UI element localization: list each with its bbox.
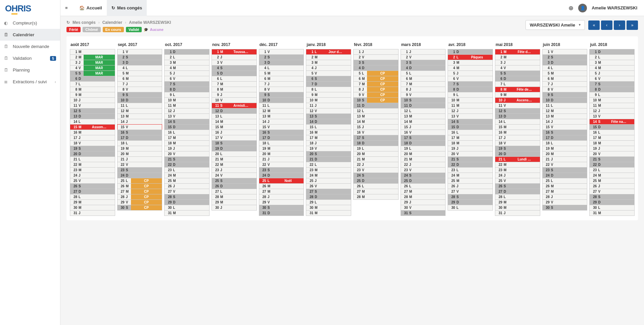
day-cell[interactable]: 23S bbox=[259, 167, 304, 173]
day-cell[interactable]: 20M bbox=[542, 151, 588, 157]
day-cell[interactable]: 29M bbox=[70, 199, 115, 205]
day-cell[interactable]: 11D bbox=[353, 103, 399, 108]
day-cell[interactable]: 5D bbox=[212, 71, 257, 76]
day-cell[interactable]: 12V bbox=[306, 108, 351, 114]
day-cell[interactable]: 16M bbox=[495, 130, 540, 135]
day-cell[interactable]: 19L bbox=[401, 146, 446, 151]
day-cell[interactable]: 5SMAR bbox=[70, 71, 115, 76]
day-cell[interactable]: 9S bbox=[542, 92, 588, 98]
day-cell[interactable]: 26V bbox=[306, 183, 351, 189]
day-cell[interactable]: 13D bbox=[70, 113, 115, 119]
sidebar-item-extractions[interactable]: ≣Extractions / suivi‹ bbox=[0, 76, 60, 88]
day-cell[interactable]: 20D bbox=[495, 151, 540, 157]
day-cell[interactable]: 27S bbox=[306, 189, 351, 194]
day-cell[interactable]: 17S bbox=[401, 135, 446, 141]
day-cell[interactable]: 11L bbox=[259, 103, 304, 108]
sidebar-item-validation[interactable]: 🗓Validation5 bbox=[0, 52, 60, 64]
day-cell[interactable]: 8D bbox=[589, 87, 635, 92]
day-cell[interactable]: 2S bbox=[259, 54, 304, 60]
day-cell[interactable]: 14M bbox=[212, 119, 257, 125]
day-cell[interactable]: 4S bbox=[212, 65, 257, 71]
day-cell[interactable]: 21LLundi … bbox=[495, 156, 540, 162]
day-cell[interactable]: 12L bbox=[401, 108, 446, 114]
day-cell[interactable]: 2V bbox=[401, 54, 446, 60]
day-cell[interactable]: 1MFête d… bbox=[495, 49, 540, 55]
day-cell[interactable]: 2M bbox=[306, 54, 351, 60]
day-cell[interactable]: 15M bbox=[212, 124, 257, 130]
day-cell[interactable]: 13M bbox=[401, 113, 446, 119]
day-cell[interactable]: 28S bbox=[589, 194, 635, 200]
day-cell[interactable]: 27D bbox=[70, 189, 115, 194]
day-cell[interactable]: 15D bbox=[589, 124, 635, 130]
day-cell[interactable]: 9V bbox=[401, 92, 446, 98]
day-cell[interactable]: 16J bbox=[212, 130, 257, 135]
day-cell[interactable]: 8JCP bbox=[353, 87, 399, 92]
day-cell[interactable]: 4D bbox=[401, 65, 446, 71]
day-cell[interactable]: 28L bbox=[495, 194, 540, 200]
day-cell[interactable]: 26MCP bbox=[117, 183, 163, 189]
day-cell[interactable]: 12M bbox=[542, 108, 588, 114]
breadcrumb-item[interactable]: Calendrier bbox=[102, 20, 122, 25]
day-cell[interactable]: 20S bbox=[306, 151, 351, 157]
day-cell[interactable]: 19J bbox=[589, 146, 635, 151]
day-cell[interactable]: 9L bbox=[164, 92, 210, 98]
day-cell[interactable]: 11SArmisti… bbox=[212, 103, 257, 108]
day-cell[interactable]: 27L bbox=[212, 189, 257, 194]
day-cell[interactable]: 18M bbox=[448, 140, 493, 146]
day-cell[interactable]: 11J bbox=[306, 103, 351, 108]
day-cell[interactable]: 14D bbox=[306, 119, 351, 125]
day-cell[interactable]: 28M bbox=[212, 194, 257, 200]
user-name[interactable]: Amelie WARSZEWSKI bbox=[592, 5, 637, 10]
day-cell[interactable]: 21M bbox=[212, 156, 257, 162]
day-cell[interactable]: 3M bbox=[306, 60, 351, 65]
day-cell[interactable]: 24V bbox=[212, 173, 257, 178]
day-cell[interactable]: 11M bbox=[164, 103, 210, 108]
day-cell[interactable]: 24S bbox=[401, 173, 446, 178]
day-cell[interactable]: 24J bbox=[70, 173, 115, 178]
nav-next-button[interactable]: › bbox=[614, 20, 625, 30]
day-cell[interactable]: 12S bbox=[495, 108, 540, 114]
nav-first-button[interactable]: « bbox=[588, 20, 600, 30]
day-cell[interactable]: 9J bbox=[212, 92, 257, 98]
day-cell[interactable]: 21S bbox=[589, 156, 635, 162]
day-cell[interactable]: 18D bbox=[353, 140, 399, 146]
day-cell[interactable]: 4M bbox=[448, 65, 493, 71]
day-cell[interactable]: 15MAssom… bbox=[70, 124, 115, 130]
day-cell[interactable]: 6D bbox=[495, 76, 540, 82]
day-cell[interactable]: 29D bbox=[589, 199, 635, 205]
day-cell[interactable]: 30J bbox=[212, 205, 257, 211]
day-cell[interactable]: 21J bbox=[542, 156, 588, 162]
day-cell[interactable]: 2J bbox=[212, 54, 257, 60]
day-cell[interactable]: 6M bbox=[259, 76, 304, 82]
day-cell[interactable]: 29V bbox=[542, 199, 588, 205]
day-cell[interactable]: 24J bbox=[495, 173, 540, 178]
day-cell[interactable]: 29J bbox=[401, 199, 446, 205]
day-cell[interactable]: 16S bbox=[259, 130, 304, 135]
day-cell[interactable]: 17D bbox=[259, 135, 304, 141]
day-cell[interactable]: 23L bbox=[164, 167, 210, 173]
day-cell[interactable]: 9M bbox=[495, 92, 540, 98]
day-cell[interactable]: 12M bbox=[259, 108, 304, 114]
day-cell[interactable]: 6S bbox=[306, 76, 351, 82]
day-cell[interactable]: 14S bbox=[448, 119, 493, 125]
day-cell[interactable]: 19M bbox=[259, 146, 304, 151]
day-cell[interactable]: 13V bbox=[448, 113, 493, 119]
nav-my-leaves[interactable]: ↻Mes congés bbox=[107, 0, 147, 16]
day-cell[interactable]: 4VMAR bbox=[70, 65, 115, 71]
day-cell[interactable]: 29V bbox=[259, 199, 304, 205]
day-cell[interactable]: 24M bbox=[589, 173, 635, 178]
day-cell[interactable]: 18L bbox=[117, 140, 163, 146]
day-cell[interactable]: 25S bbox=[212, 178, 257, 184]
day-cell[interactable]: 18J bbox=[306, 140, 351, 146]
day-cell[interactable]: 11M bbox=[589, 103, 635, 108]
day-cell[interactable]: 6L bbox=[212, 76, 257, 82]
day-cell[interactable]: 23L bbox=[448, 167, 493, 173]
day-cell[interactable]: 10JAscens… bbox=[495, 97, 540, 103]
day-cell[interactable]: 29L bbox=[306, 199, 351, 205]
day-cell[interactable]: 18V bbox=[70, 140, 115, 146]
day-cell[interactable]: 7D bbox=[306, 81, 351, 87]
day-cell[interactable]: 6M bbox=[117, 76, 163, 82]
day-cell[interactable]: 28S bbox=[448, 194, 493, 200]
day-cell[interactable]: 8L bbox=[306, 87, 351, 92]
day-cell[interactable]: 14M bbox=[353, 119, 399, 125]
